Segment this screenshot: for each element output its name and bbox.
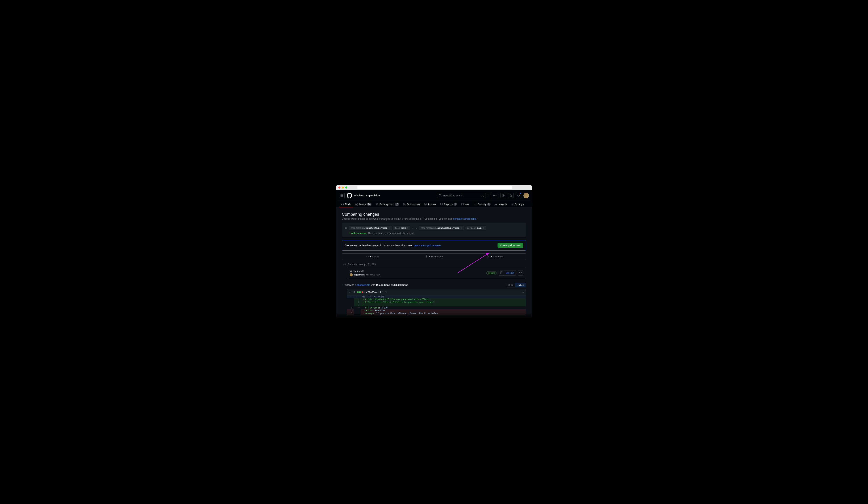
tab-discussions[interactable]: Discussions: [401, 201, 422, 207]
verified-badge[interactable]: Verified: [486, 271, 496, 275]
commit-icon: [343, 263, 346, 266]
notifications-button[interactable]: [516, 193, 521, 198]
tab-issues[interactable]: Issues 24: [353, 201, 374, 208]
changed-files-link[interactable]: 1 changed file: [355, 284, 370, 286]
copy-sha-button[interactable]: [498, 270, 504, 275]
book-icon: [461, 203, 464, 205]
svg-point-2: [510, 194, 510, 195]
tab-insights[interactable]: Insights: [493, 201, 509, 207]
check-icon: ✓: [348, 232, 350, 234]
head-repo-selector[interactable]: head repository: capjamesg/supervision▼: [419, 226, 464, 230]
ellipsis-icon: …: [416, 227, 417, 229]
svg-point-3: [510, 196, 510, 196]
tab-settings-label: Settings: [515, 203, 524, 205]
base-branch-selector[interactable]: base: main▼: [393, 226, 410, 230]
tab-pulls-count: 12: [395, 203, 399, 206]
commit-when: committed now: [365, 274, 380, 276]
merge-ok-text: Able to merge.: [351, 232, 367, 234]
hamburger-button[interactable]: [339, 193, 344, 198]
tab-actions[interactable]: Actions: [422, 201, 438, 207]
diff-hunk-header: ...... @@ -1,12 +1,23 @@: [347, 295, 526, 298]
discussion-icon: [403, 203, 406, 205]
tab-pulls[interactable]: Pull requests 12: [374, 201, 401, 208]
code-icon: [519, 271, 522, 274]
commit-icon: [366, 255, 369, 258]
tab-security[interactable]: Security 3: [472, 201, 493, 208]
commit-author-avatar[interactable]: [350, 273, 353, 276]
inbox-icon: [517, 194, 520, 197]
commit-sha-link[interactable]: 1a9c08f: [504, 271, 516, 275]
base-repo-selector[interactable]: base repository: roboflow/supervision▼: [349, 226, 392, 230]
browse-code-button[interactable]: [518, 270, 523, 276]
tab-wiki[interactable]: Wiki: [459, 201, 472, 207]
compare-branch-selector[interactable]: compare: main▼: [465, 226, 486, 230]
create-new-button[interactable]: [491, 193, 498, 198]
play-icon: [424, 203, 427, 205]
search-icon: [439, 194, 442, 197]
user-avatar[interactable]: [524, 193, 529, 198]
git-compare-icon: [345, 226, 348, 229]
svg-point-17: [488, 256, 488, 256]
chevron-down-icon: [349, 291, 351, 293]
create-pr-banner: Discuss and review the changes in this c…: [342, 240, 526, 251]
breadcrumb-owner[interactable]: roboflow: [354, 194, 363, 197]
svg-rect-20: [385, 291, 386, 293]
learn-pr-link[interactable]: Learn about pull requests: [414, 244, 441, 247]
file-menu-button[interactable]: •••: [521, 291, 524, 293]
sha-box: 1a9c08f: [498, 270, 516, 276]
diff-line-add: 3 +: [347, 304, 526, 306]
tab-wiki-label: Wiki: [465, 203, 469, 205]
tab-pulls-label: Pull requests: [380, 203, 394, 205]
tab-projects-count: 1: [454, 203, 457, 206]
browser-url-bar[interactable]: [358, 186, 512, 189]
stat-contributors[interactable]: 1 contributor: [465, 254, 526, 260]
file-name[interactable]: CITATION.cff: [366, 291, 383, 293]
tab-code[interactable]: Code: [339, 201, 353, 207]
mac-minimize-button[interactable]: [342, 187, 344, 189]
svg-point-6: [356, 204, 357, 204]
commit-title[interactable]: fix citation.cff: [350, 270, 486, 272]
page-subtitle: Choose two branches to see what's change…: [342, 218, 526, 220]
unified-view-button[interactable]: Unified: [515, 283, 526, 288]
search-hotkey: /: [450, 194, 452, 197]
search-input[interactable]: Type / to search: [437, 193, 486, 198]
svg-rect-19: [500, 272, 502, 274]
split-view-button[interactable]: Split: [506, 283, 515, 287]
tab-security-count: 3: [487, 203, 490, 206]
create-pr-button[interactable]: Create pull request: [497, 243, 523, 248]
tab-issues-count: 24: [367, 203, 371, 206]
page-title: Comparing changes: [342, 212, 526, 217]
diff-line-add: 1 + # This CITATION.cff file was generat…: [347, 298, 526, 301]
diff-line-del: 2 - author: Roboflow: [347, 309, 526, 312]
stat-commits[interactable]: 1 commit: [342, 254, 403, 260]
code-icon: [341, 203, 344, 205]
diff-line-del: 3 - message: If you use this software, p…: [347, 312, 526, 315]
tab-settings[interactable]: Settings: [509, 201, 526, 207]
arrow-left-icon: ←: [412, 226, 414, 229]
mac-zoom-button[interactable]: [345, 187, 348, 189]
tab-projects[interactable]: Projects 1: [438, 201, 459, 208]
svg-point-12: [512, 204, 513, 204]
repo-tabs: Code Issues 24 Pull requests 12 Discussi…: [336, 201, 532, 208]
merge-status: ✓ Able to merge. These branches can be a…: [345, 232, 523, 234]
compare-forks-link[interactable]: compare across forks: [453, 218, 476, 220]
breadcrumb-repo[interactable]: supervision: [366, 194, 380, 197]
collapse-file-button[interactable]: [349, 291, 351, 293]
commit-author-link[interactable]: capjamesg: [354, 274, 364, 276]
compare-box: base repository: roboflow/supervision▼ b…: [342, 223, 526, 238]
command-palette-icon: [482, 194, 484, 197]
copy-path-button[interactable]: [384, 291, 387, 294]
issue-opened-icon: [355, 203, 358, 205]
git-pull-request-icon: [509, 194, 512, 197]
issues-global-button[interactable]: [500, 193, 506, 198]
github-logo-icon[interactable]: [347, 193, 352, 198]
svg-point-13: [345, 227, 346, 228]
banner-text: Discuss and review the changes in this c…: [345, 244, 414, 247]
svg-point-1: [503, 195, 504, 196]
file-change-count: 27: [352, 291, 355, 293]
breadcrumb: roboflow / supervision: [354, 194, 380, 197]
mac-close-button[interactable]: [338, 187, 340, 189]
pulls-global-button[interactable]: [508, 193, 514, 198]
tab-security-label: Security: [477, 203, 486, 205]
stat-files[interactable]: 1 file changed: [403, 254, 465, 260]
